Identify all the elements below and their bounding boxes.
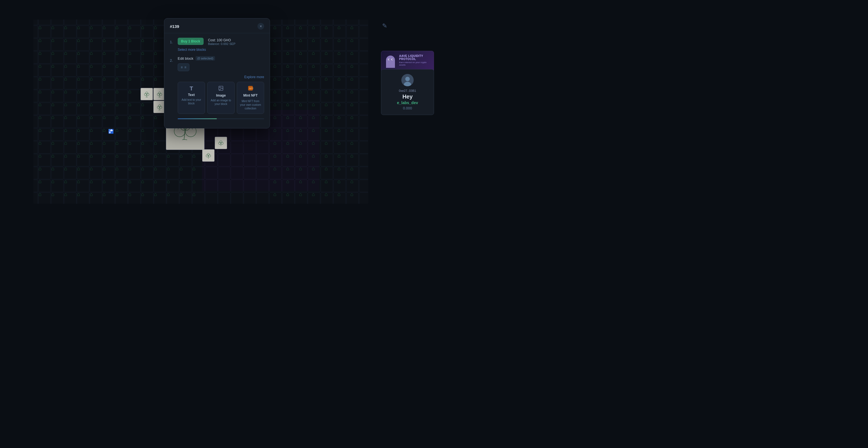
pencil-icon[interactable]: ✎ bbox=[382, 22, 387, 30]
mint-block-name: Mint NFT bbox=[243, 93, 257, 97]
modal-body: 1. Buy 1 Block Cost: 100 GHO Balance: 0.… bbox=[164, 33, 270, 128]
image-block-icon bbox=[210, 85, 231, 92]
balance-label: Balance: 0.692 SEP bbox=[208, 42, 236, 46]
progress-bar-container bbox=[178, 118, 264, 119]
shamrock-small-br bbox=[215, 137, 227, 149]
block-type-image[interactable]: Image Add an image to your block bbox=[207, 82, 235, 114]
modal-close-button[interactable]: × bbox=[257, 23, 264, 30]
step2-number: 2. bbox=[170, 58, 174, 62]
user-balance: 0.000 bbox=[384, 106, 430, 110]
explore-more-link[interactable]: Explore more bbox=[244, 75, 264, 79]
step2-content: Edit block (0 selected) ≡ ≡ Explore more… bbox=[178, 56, 264, 119]
svg-point-325 bbox=[405, 77, 410, 81]
cost-info: Cost: 100 GHO Balance: 0.692 SEP bbox=[208, 38, 236, 46]
text-block-icon: T bbox=[181, 85, 202, 92]
svg-point-323 bbox=[392, 59, 393, 60]
svg-point-315 bbox=[220, 87, 221, 88]
svg-rect-319 bbox=[386, 60, 395, 67]
block-modal: #139 × 1. Buy 1 Block Cost: 100 GHO Bala… bbox=[164, 18, 270, 128]
user-greeting: Hey bbox=[384, 93, 430, 100]
mint-block-icon: NFT bbox=[240, 85, 261, 92]
step1-number: 1. bbox=[170, 40, 174, 44]
aave-text: AAVE LIQUIDITY PROTOCOL Earn interest on… bbox=[399, 54, 430, 66]
shamrock-small-br2 bbox=[202, 149, 215, 161]
modal-title: #139 bbox=[170, 24, 179, 29]
block-selector-dropdown[interactable]: ≡ ≡ bbox=[178, 63, 189, 71]
edit-block-header: Edit block (0 selected) bbox=[178, 56, 264, 61]
user-avatar bbox=[401, 74, 414, 86]
cost-label: Cost: 100 GHO bbox=[208, 38, 236, 42]
step1-content: Buy 1 Block Cost: 100 GHO Balance: 0.692… bbox=[178, 38, 264, 52]
text-block-name: Text bbox=[181, 93, 202, 97]
block-type-mint[interactable]: NFT Mint NFT Mint NFT from your own cust… bbox=[237, 82, 264, 114]
block-type-text[interactable]: T Text Add text to your block bbox=[178, 82, 205, 114]
image-block-desc: Add an image to your block bbox=[210, 98, 231, 106]
user-name: e_labs_dev bbox=[384, 100, 430, 105]
aave-ghost-icon bbox=[384, 54, 396, 68]
mint-block-desc: Mint NFT from your own custom collection bbox=[240, 99, 261, 110]
block-types-grid: T Text Add text to your block bbox=[178, 82, 264, 114]
image-block-name: Image bbox=[210, 93, 231, 97]
step1-row: 1. Buy 1 Block Cost: 100 GHO Balance: 0.… bbox=[170, 38, 264, 52]
aave-card[interactable]: AAVE LIQUIDITY PROTOCOL Earn interest on… bbox=[381, 51, 434, 72]
select-more-link[interactable]: Select more blocks bbox=[178, 48, 264, 52]
edit-block-title: Edit block bbox=[178, 56, 193, 61]
selected-badge: (0 selected) bbox=[195, 56, 215, 61]
modal-header: #139 × bbox=[164, 19, 270, 33]
text-block-desc: Add text to your block bbox=[181, 98, 202, 105]
step2-row: 2. Edit block (0 selected) ≡ ≡ Explore m… bbox=[170, 56, 264, 119]
svg-text:NFT: NFT bbox=[249, 87, 253, 90]
buy-block-button[interactable]: Buy 1 Block bbox=[178, 38, 204, 45]
explore-more-row: Explore more bbox=[178, 75, 264, 79]
aave-title: AAVE LIQUIDITY PROTOCOL bbox=[399, 54, 430, 61]
progress-bar bbox=[178, 118, 217, 119]
user-address: 0xe27..03B1 bbox=[384, 89, 430, 92]
svg-point-322 bbox=[389, 59, 390, 60]
user-card: 0xe27..03B1 Hey e_labs_dev 0.000 bbox=[381, 69, 434, 115]
aave-subtitle: Earn interest on your crypto assets bbox=[399, 61, 430, 66]
